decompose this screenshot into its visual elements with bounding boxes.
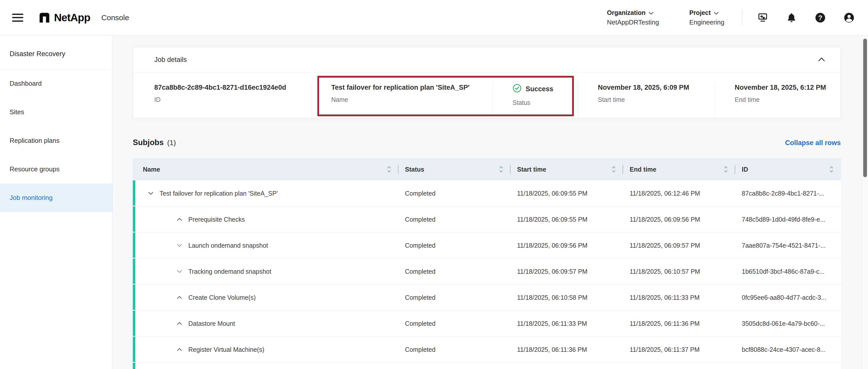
svg-text:?: ?	[818, 14, 822, 22]
table-row[interactable]: Test failover for replication plan 'Site…	[133, 180, 841, 206]
column-header-id[interactable]: ID	[735, 158, 841, 180]
subjob-status: Completed	[398, 259, 510, 284]
subjob-id: 748c5d89-1d0d-49fd-8fe9-e...	[735, 206, 841, 232]
table-row[interactable]: Launch ondemand snapshot Completed 11/18…	[133, 232, 841, 259]
column-header-end-time[interactable]: End time	[623, 158, 735, 180]
subjob-status: Completed	[398, 180, 510, 206]
job-name-value: Test failover for replication plan 'Site…	[331, 84, 485, 91]
subjob-start-time: 11/18/2025, 06:11:33 PM	[510, 311, 623, 336]
sort-icon[interactable]	[723, 165, 728, 174]
expand-chevron-icon[interactable]	[175, 242, 184, 249]
table-row[interactable]: Datastore Mount Completed 11/18/2025, 06…	[133, 311, 841, 337]
sidebar-item-dashboard[interactable]: Dashboard	[0, 69, 112, 98]
sort-icon[interactable]	[386, 165, 392, 174]
field-status: Success Status	[493, 83, 578, 118]
expand-chevron-icon[interactable]	[175, 346, 184, 353]
project-value: Engineering	[689, 19, 724, 26]
subjob-status: Completed	[398, 311, 510, 336]
organization-label: Organization	[607, 9, 646, 17]
subjob-end-time: 11/18/2025, 06:11:33 PM	[623, 285, 735, 310]
netapp-logo: NetApp	[39, 11, 90, 24]
subjobs-count: (1)	[167, 139, 176, 147]
subjob-name: Test failover for replication plan 'Site…	[160, 190, 278, 197]
job-details-fields: 87ca8b8c-2c89-4bc1-8271-d16ec1924e0d ID …	[133, 73, 840, 118]
chevron-down-icon	[714, 9, 719, 17]
subjob-id: bcf8088c-24ce-4307-acec-8...	[735, 337, 841, 363]
scrollbar-thumb[interactable]	[863, 39, 867, 177]
sidebar-item-label: Job monitoring	[9, 194, 53, 202]
subjob-name: Datastore Mount	[188, 320, 235, 327]
subjobs-header: Subjobs (1) Collapse all rows	[133, 138, 841, 147]
sidebar-item-label: Dashboard	[9, 80, 42, 87]
subjob-status: Completed	[398, 285, 510, 310]
field-id: 87ca8b8c-2c89-4bc1-8271-d16ec1924e0d ID	[133, 83, 311, 118]
vertical-scrollbar[interactable]	[862, 36, 868, 369]
help-icon[interactable]: ?	[814, 12, 826, 24]
field-end-time: November 18, 2025, 6:12 PM End time	[715, 83, 840, 118]
collapse-panel-chevron-up-icon[interactable]	[816, 55, 827, 64]
menu-icon[interactable]	[12, 13, 23, 22]
app-root: NetApp Console Organization NetAppDRTest…	[0, 0, 868, 369]
sort-icon[interactable]	[611, 165, 617, 174]
organization-switcher[interactable]: Organization NetAppDRTesting	[607, 9, 659, 26]
subjob-id: 7aae807a-754e-4521-8471-...	[735, 232, 841, 258]
subjob-start-time: 11/18/2025, 06:09:55 PM	[510, 180, 623, 206]
subjob-id: 3505dc8d-061e-4a79-bc60-...	[735, 311, 841, 336]
expand-chevron-icon[interactable]	[175, 216, 184, 223]
expand-chevron-icon[interactable]	[175, 320, 184, 327]
table-row-partial	[133, 363, 841, 369]
sidebar-item-replication-plans[interactable]: Replication plans	[0, 126, 112, 155]
subjobs-title: Subjobs	[133, 138, 164, 147]
subjob-id: 87ca8b8c-2c89-4bc1-8271-...	[735, 180, 841, 206]
product-title: Console	[101, 13, 129, 22]
account-icon[interactable]	[843, 12, 855, 24]
job-name-label: Name	[331, 96, 485, 103]
sort-icon[interactable]	[498, 165, 504, 174]
subjob-end-time: 11/18/2025, 06:11:36 PM	[623, 311, 735, 336]
sort-icon[interactable]	[829, 165, 834, 174]
sidebar-item-label: Replication plans	[9, 137, 60, 145]
sidebar-item-resource-groups[interactable]: Resource groups	[0, 155, 112, 183]
job-id-value: 87ca8b8c-2c89-4bc1-8271-d16ec1924e0d	[154, 84, 304, 91]
job-start-value: November 18, 2025, 6:09 PM	[598, 84, 707, 91]
table-row[interactable]: Tracking ondemand snapshot Completed 11/…	[133, 259, 841, 285]
console-connector-icon[interactable]	[757, 12, 769, 24]
column-label: Start time	[517, 166, 546, 173]
field-name: Test failover for replication plan 'Site…	[311, 83, 493, 118]
chevron-down-icon	[649, 9, 654, 17]
column-label: ID	[742, 166, 748, 173]
main-content: Job details 87ca8b8c-2c89-4bc1-8271-d16e…	[113, 35, 868, 369]
subjob-end-time: 11/18/2025, 06:09:56 PM	[623, 206, 735, 232]
table-row[interactable]: Prerequisite Checks Completed 11/18/2025…	[133, 206, 841, 232]
notifications-bell-icon[interactable]	[786, 12, 797, 24]
column-label: Status	[405, 166, 424, 173]
subjob-start-time: 11/18/2025, 06:11:36 PM	[510, 337, 623, 363]
subjob-start-time: 11/18/2025, 06:10:58 PM	[510, 285, 623, 310]
subjob-id: 0fc95ee6-aa80-4d77-acdc-3...	[735, 285, 841, 310]
expand-chevron-icon[interactable]	[175, 294, 184, 301]
job-status-label: Status	[513, 99, 570, 106]
netapp-mark-icon	[39, 12, 50, 23]
subjob-start-time: 11/18/2025, 06:09:57 PM	[510, 259, 623, 284]
expand-chevron-icon[interactable]	[175, 268, 184, 275]
subjob-status: Completed	[398, 206, 510, 232]
job-end-label: End time	[735, 96, 833, 103]
job-status-value: Success	[526, 85, 553, 93]
sidebar-item-sites[interactable]: Sites	[0, 98, 112, 126]
expand-chevron-icon[interactable]	[147, 190, 155, 197]
subjob-start-time: 11/18/2025, 06:09:56 PM	[510, 232, 623, 258]
sidebar-item-job-monitoring[interactable]: Job monitoring	[0, 183, 112, 212]
subjob-status: Completed	[398, 337, 510, 363]
sidebar: Disaster Recovery Dashboard Sites Replic…	[0, 35, 113, 369]
success-check-icon	[513, 84, 522, 94]
job-id-label: ID	[154, 96, 304, 103]
table-row[interactable]: Register Virtual Machine(s) Completed 11…	[133, 337, 841, 363]
sidebar-item-label: Sites	[9, 108, 24, 116]
table-row[interactable]: Create Clone Volume(s) Completed 11/18/2…	[133, 285, 841, 311]
subjobs-table: Name Status Start time End time ID	[133, 158, 841, 369]
column-header-start-time[interactable]: Start time	[510, 158, 623, 180]
collapse-all-rows-link[interactable]: Collapse all rows	[785, 139, 841, 147]
column-header-status[interactable]: Status	[398, 158, 510, 180]
column-header-name[interactable]: Name	[133, 158, 398, 180]
project-switcher[interactable]: Project Engineering	[689, 9, 724, 26]
